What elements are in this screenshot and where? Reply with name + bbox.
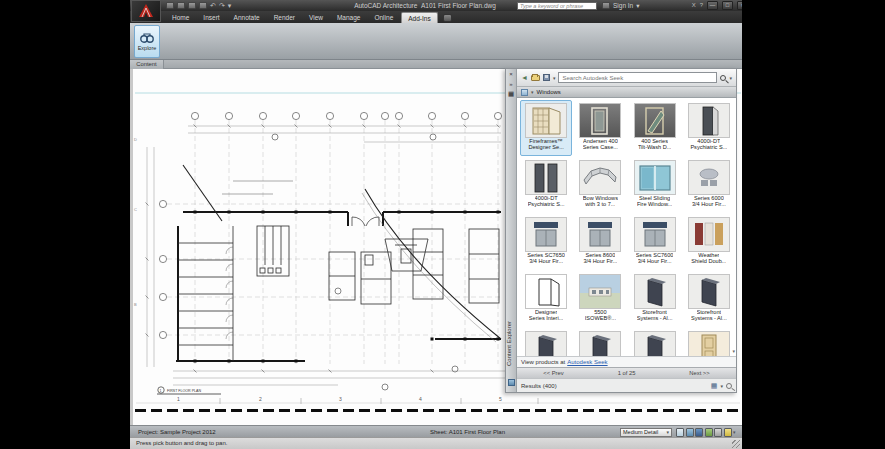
signin-label[interactable]: Sign In: [613, 0, 633, 11]
category-dropdown-icon[interactable]: ▾: [531, 89, 534, 95]
save-dropdown-icon[interactable]: ▾: [553, 75, 556, 81]
autocad-logo-icon: [137, 3, 155, 19]
aec-display-icon[interactable]: [705, 428, 713, 437]
category-bar[interactable]: ▾ Windows: [517, 87, 736, 98]
isolate-objects-icon[interactable]: [695, 428, 703, 437]
product-card[interactable]: Series 8600 3/4 Hour Fir...: [574, 214, 626, 270]
open-folder-icon[interactable]: [531, 75, 540, 81]
product-card[interactable]: 400 Series Tilt-Wash D...: [629, 100, 681, 156]
communication-center-icon[interactable]: [602, 2, 610, 9]
product-card[interactable]: Storefront Systems - Al...: [629, 271, 681, 327]
light-bulb-icon[interactable]: [724, 428, 732, 437]
open-file-icon[interactable]: [177, 2, 185, 9]
product-card[interactable]: Bow Windows with 3 to 7...: [574, 157, 626, 213]
explore-button-label: Explore: [138, 45, 157, 51]
undo-icon[interactable]: ↶: [210, 1, 216, 10]
product-label: 3/4 Hour Fir...: [638, 258, 672, 264]
product-card[interactable]: Weather Shield Doub...: [683, 214, 735, 270]
storefront-panel-thumbnail: [634, 274, 676, 309]
search-icon[interactable]: [720, 75, 726, 81]
product-card[interactable]: Series SC7650 3/4 Hour Fir...: [520, 214, 572, 270]
product-label: 3/4 Hour Fir...: [692, 201, 726, 207]
product-label: Systems - Al...: [691, 315, 727, 321]
panel-close-icon[interactable]: ×: [507, 70, 515, 78]
exchange-apps-icon[interactable]: X: [692, 0, 696, 11]
product-card[interactable]: [683, 328, 735, 356]
binoculars-icon: [140, 32, 154, 44]
product-card[interactable]: Steel Sliding Fire Window...: [629, 157, 681, 213]
product-card[interactable]: Fineframes™ Designer Se...: [520, 100, 572, 156]
product-label: with 3 to 7...: [585, 201, 615, 207]
close-button[interactable]: ×: [737, 1, 742, 10]
detail-level-dropdown[interactable]: Medium Detail ▾: [620, 428, 672, 437]
isoweb-photo-thumbnail: [579, 274, 621, 309]
storefront-panel-thumbnail: [688, 274, 730, 309]
help-search-input[interactable]: [517, 2, 597, 10]
content-panel-label[interactable]: Content: [130, 60, 164, 69]
panel-bottom-icon[interactable]: [508, 379, 515, 386]
resize-grip[interactable]: [732, 440, 740, 448]
tab-online[interactable]: Online: [368, 12, 399, 23]
panel-autohide-icon[interactable]: »: [507, 80, 515, 88]
product-card[interactable]: [574, 328, 626, 356]
autodesk-seek-link[interactable]: Autodesk Seek: [567, 359, 607, 365]
tab-add-ins[interactable]: Add-Ins: [401, 12, 437, 23]
prev-page-button[interactable]: << Prev: [517, 370, 590, 376]
qat-dropdown-icon[interactable]: ▾: [228, 1, 232, 10]
tab-home[interactable]: Home: [166, 12, 195, 23]
restore-button[interactable]: □: [722, 1, 733, 10]
product-card[interactable]: 4000i-DT Psychiatric S...: [683, 100, 735, 156]
back-icon[interactable]: ◄: [521, 73, 528, 83]
product-card[interactable]: Series 6000 3/4 Hour Fir...: [683, 157, 735, 213]
seek-search-input[interactable]: [558, 72, 717, 83]
redo-icon[interactable]: ↷: [219, 1, 225, 10]
ribbon-tab-bar: Home Insert Annotate Render View Manage …: [130, 11, 742, 23]
application-menu-button[interactable]: [131, 0, 161, 22]
status-more-dropdown-icon[interactable]: ▾: [733, 429, 736, 435]
next-page-button[interactable]: Next >>: [663, 370, 736, 376]
tab-manage[interactable]: Manage: [331, 12, 367, 23]
signin-dropdown-icon[interactable]: ▾: [636, 0, 639, 11]
cut-plane-icon[interactable]: [714, 428, 722, 437]
help-icon[interactable]: ?: [700, 0, 703, 11]
autocad-window: ↶ ↷ ▾ AutoCAD Architecture A101 First Fl…: [130, 0, 742, 449]
panel-properties-icon[interactable]: ▦: [507, 90, 515, 98]
new-file-icon[interactable]: [166, 2, 174, 9]
product-card[interactable]: Andersen 400 Series Case...: [574, 100, 626, 156]
quick-access-toolbar: ↶ ↷ ▾: [166, 1, 231, 10]
tab-insert[interactable]: Insert: [197, 12, 225, 23]
product-card[interactable]: Storefront Systems - Al...: [683, 271, 735, 327]
search-dropdown-icon[interactable]: ▾: [729, 75, 732, 81]
product-card[interactable]: Series SC7600 3/4 Hour Fir...: [629, 214, 681, 270]
save-icon[interactable]: [188, 2, 196, 9]
product-card[interactable]: [520, 328, 572, 356]
product-card[interactable]: [629, 328, 681, 356]
explore-button[interactable]: Explore: [134, 25, 160, 58]
product-card[interactable]: Designer Series Interi...: [520, 271, 572, 327]
minimize-button[interactable]: —: [707, 1, 718, 10]
svg-text:D: D: [134, 137, 137, 142]
svg-text:4: 4: [419, 396, 422, 402]
tab-render[interactable]: Render: [268, 12, 301, 23]
surface-hatch-icon[interactable]: [676, 428, 684, 437]
scroll-down-icon[interactable]: ▾: [732, 348, 735, 354]
view-mode-icon[interactable]: ▦: [711, 382, 718, 390]
display-toggle-icons: ▾: [676, 428, 736, 437]
svg-text:1: 1: [160, 389, 162, 393]
layer-key-icon[interactable]: [686, 428, 694, 437]
ribbon-options-icon[interactable]: [443, 14, 452, 22]
print-icon[interactable]: [199, 2, 207, 9]
content-explorer-panel: × » ▦ Content Explorer ◄ ▾ ▾ ▾ Windows: [505, 68, 737, 393]
tab-view[interactable]: View: [303, 12, 329, 23]
view-mode-dropdown-icon[interactable]: ▾: [720, 383, 723, 389]
product-card[interactable]: 5500 ISOWEB®...: [574, 271, 626, 327]
product-card[interactable]: 4000i-DT Psychiatric S...: [520, 157, 572, 213]
product-label: 3/4 Hour Fir...: [529, 258, 563, 264]
settings-wrench-icon[interactable]: [726, 383, 732, 389]
signin-area[interactable]: Sign In ▾: [602, 0, 640, 11]
tab-annotate[interactable]: Annotate: [228, 12, 266, 23]
pagination-bar: << Prev 1 of 25 Next >>: [517, 367, 736, 378]
save-content-icon[interactable]: [543, 74, 550, 81]
fire-window-product-thumbnail: [634, 217, 676, 252]
product-label: Psychiatric S...: [690, 144, 727, 150]
